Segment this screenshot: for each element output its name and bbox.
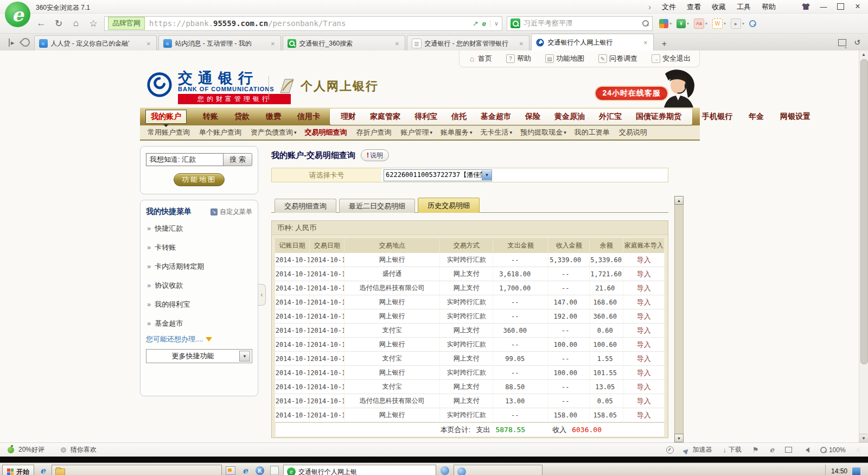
main-nav-item[interactable]: 年金: [749, 112, 764, 122]
import-link[interactable]: 导入: [637, 298, 651, 306]
import-link[interactable]: 导入: [637, 312, 651, 320]
card-number-select[interactable]: 6222600110053722737【潘佳荣】 ▼: [384, 169, 492, 181]
tab-close-icon[interactable]: ×: [270, 40, 276, 48]
folder-task-button[interactable]: [52, 465, 222, 475]
ie-compat-icon[interactable]: e: [770, 446, 774, 454]
menu-item[interactable]: 查看: [687, 2, 701, 12]
main-nav-item[interactable]: 信用卡: [297, 112, 320, 122]
taskbar-clock[interactable]: 14:50: [831, 467, 847, 475]
search-go-icon[interactable]: [642, 20, 649, 27]
menu-item[interactable]: 帮助: [762, 2, 776, 12]
window-mode-icon[interactable]: [785, 447, 792, 453]
home-button[interactable]: ⌂: [69, 17, 82, 30]
notepad-icon[interactable]: [269, 465, 280, 475]
import-link[interactable]: 导入: [637, 326, 651, 334]
utility-help-link[interactable]: ?帮助: [506, 54, 531, 64]
zoom-control[interactable]: 100%: [820, 446, 846, 454]
import-link[interactable]: 导入: [637, 270, 651, 278]
note-edit-icon[interactable]: e: [482, 20, 486, 28]
app-grid-icon[interactable]: ▾: [659, 19, 672, 28]
drop-mode-icon[interactable]: [19, 36, 31, 49]
tab-messages[interactable]: ≈ 站内消息 - 互动管理 - 我的 ×: [158, 35, 281, 51]
more-functions-dropdown[interactable]: 更多快捷功能 ▼: [146, 349, 252, 363]
menu-item[interactable]: 工具: [737, 2, 751, 12]
player-icon[interactable]: K: [254, 465, 266, 475]
tab-bocom-personal-banking[interactable]: 交通银行个人网上银行 ×: [531, 34, 654, 51]
quick-menu-item[interactable]: »快捷汇款: [146, 219, 252, 238]
import-link[interactable]: 导入: [637, 256, 651, 264]
download-button[interactable]: ↓下载: [723, 445, 742, 454]
suggest-icon[interactable]: [61, 447, 66, 453]
subnav-item[interactable]: 存折户查询: [356, 128, 393, 137]
main-nav-item[interactable]: 缴费: [266, 112, 281, 122]
quick-launch-ie-icon[interactable]: e: [37, 465, 49, 475]
main-nav-item[interactable]: 贷款: [234, 112, 250, 122]
tab-close-icon[interactable]: ×: [394, 40, 400, 48]
quick-menu-item[interactable]: »卡转账: [146, 238, 252, 257]
rating-icon[interactable]: [8, 447, 14, 453]
want-to-know-input[interactable]: 我想知道: 汇款: [146, 153, 224, 166]
customize-menu-link[interactable]: ↘自定义菜单: [210, 207, 252, 217]
subnav-item[interactable]: 无卡生活▾: [481, 128, 513, 137]
subnav-item[interactable]: 我的工资单: [575, 128, 611, 137]
quick-menu-item[interactable]: »卡内活期转定期: [146, 257, 252, 276]
utility-survey-link[interactable]: ✎问卷调查: [598, 54, 637, 64]
globe-task-icon[interactable]: [439, 465, 451, 475]
suggest-label[interactable]: 猜你喜欢: [71, 445, 97, 454]
main-nav-item[interactable]: 我的账户: [145, 110, 187, 124]
main-nav-item[interactable]: 保险: [525, 112, 540, 122]
function-map-button[interactable]: 功能地图: [174, 173, 225, 186]
import-link[interactable]: 导入: [637, 383, 651, 391]
note-button[interactable]: !说明: [361, 149, 389, 161]
back-button[interactable]: ←: [35, 17, 48, 30]
tab-list-icon[interactable]: [838, 39, 846, 46]
main-nav-item[interactable]: 转账: [203, 112, 218, 122]
brand-badge[interactable]: 品牌官网: [108, 17, 145, 30]
subnav-item[interactable]: 单个账户查询: [199, 128, 242, 137]
main-nav-item[interactable]: 信托: [451, 112, 467, 122]
main-nav-item[interactable]: 得利宝: [414, 112, 437, 122]
menu-item[interactable]: 收藏: [712, 2, 726, 12]
refresh-button[interactable]: ↻: [52, 17, 65, 30]
skin-icon[interactable]: [802, 3, 810, 10]
active-browser-task-button[interactable]: e 交通银行个人网上银: [283, 465, 436, 475]
share-icon[interactable]: ↗: [473, 20, 478, 28]
scrollbar-up-icon[interactable]: ▲: [859, 50, 868, 59]
main-nav-item[interactable]: 基金超市: [481, 112, 511, 122]
url-dropdown-icon[interactable]: ∨: [490, 20, 499, 27]
tray-app-icon[interactable]: [852, 467, 860, 475]
main-nav-item[interactable]: 家庭管家: [370, 112, 400, 122]
image-viewer-icon[interactable]: [225, 465, 237, 475]
panel-scrollbar[interactable]: ▲ ▼: [674, 196, 684, 442]
rating-label[interactable]: 20%好评: [18, 445, 44, 454]
accelerator-button[interactable]: 加速器: [685, 445, 712, 454]
import-link[interactable]: 导入: [637, 284, 651, 292]
start-button[interactable]: 开始: [2, 465, 34, 475]
scroll-up-icon[interactable]: ▲: [674, 196, 684, 205]
utility-logout-link[interactable]: →安全退出: [652, 54, 691, 64]
detail-tab[interactable]: 交易明细查询: [275, 199, 336, 213]
media-tool-icon[interactable]: ▸▾: [731, 18, 744, 29]
subnav-item[interactable]: 预约提取现金▾: [520, 128, 566, 137]
import-link[interactable]: 导入: [637, 397, 651, 405]
tab-360-search[interactable]: 交通银行_360搜索 ×: [283, 35, 405, 51]
quick-menu-item[interactable]: »基金超市: [146, 314, 252, 333]
scrollbar-down-icon[interactable]: ▼: [859, 434, 868, 442]
tab-close-icon[interactable]: ×: [518, 40, 525, 48]
tab-renrendai[interactable]: ≈ 人人贷 - 定义你自己的金融' ×: [34, 35, 157, 51]
close-button[interactable]: ×: [853, 2, 863, 11]
utility-home-link[interactable]: ⌂首页: [468, 54, 492, 64]
subnav-item[interactable]: 常用账户查询: [148, 128, 191, 137]
subnav-item[interactable]: 账单服务▾: [441, 128, 473, 137]
flag-icon[interactable]: ⚑: [752, 446, 759, 454]
tab-bocom-site[interactable]: 交通银行 - 您的财富管理银行 ×: [407, 35, 529, 51]
detail-tab[interactable]: 历史交易明细: [418, 198, 480, 213]
search-task-button[interactable]: [454, 465, 542, 475]
speaker-icon[interactable]: [803, 447, 809, 453]
main-nav-item[interactable]: 国债证券期货: [636, 112, 681, 122]
restore-tab-icon[interactable]: ↺: [854, 38, 860, 47]
page-zoom-icon[interactable]: [749, 20, 756, 27]
tab-close-icon[interactable]: ×: [145, 40, 152, 48]
import-link[interactable]: 导入: [637, 411, 651, 419]
main-nav-item[interactable]: 网银设置: [780, 112, 810, 122]
